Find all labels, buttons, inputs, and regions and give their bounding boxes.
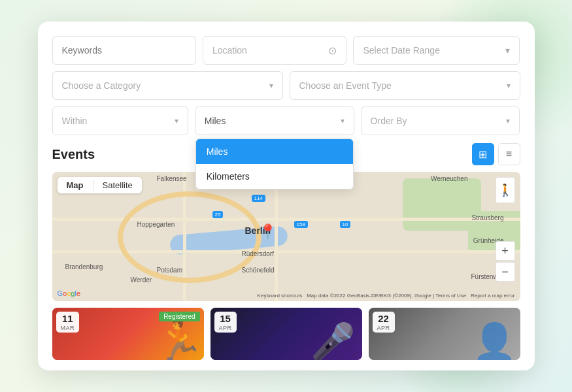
order-select[interactable]: Order By ▾ xyxy=(361,106,520,135)
category-arrow-icon: ▾ xyxy=(269,81,273,90)
map-tabs: Map Satellite xyxy=(58,177,142,193)
google-g: G xyxy=(58,289,63,297)
map-label-rudersdorf: Rüdersdorf xyxy=(242,250,274,257)
map-road-num-10: 10 xyxy=(340,221,351,228)
list-icon: ≡ xyxy=(506,148,512,160)
order-placeholder: Order By xyxy=(371,116,407,126)
within-arrow-icon: ▾ xyxy=(175,116,178,125)
date-field[interactable]: Select Date Range ▾ xyxy=(353,36,520,65)
view-list-button[interactable]: ≡ xyxy=(498,143,520,165)
map-container[interactable]: Berlin 📍 Havelsee Falkensee Hennigsdorf … xyxy=(52,172,520,301)
view-toggle: ⊞ ≡ xyxy=(472,143,520,165)
map-zoom-controls: + − xyxy=(496,241,515,282)
event-registered-badge: Registered xyxy=(159,312,199,321)
google-logo: Google xyxy=(58,289,81,297)
zoom-in-button[interactable]: + xyxy=(496,241,515,261)
miles-arrow-icon: ▾ xyxy=(341,116,345,125)
zoom-out-button[interactable]: − xyxy=(496,262,515,282)
events-title: Events xyxy=(52,147,95,162)
category-select[interactable]: Choose a Category ▾ xyxy=(52,71,283,100)
map-tab-satellite[interactable]: Satellite xyxy=(93,177,142,193)
map-label-potsdam: Potsdam xyxy=(157,267,182,274)
person-icon: 🚶 xyxy=(498,183,513,197)
location-placeholder: Location xyxy=(212,45,247,56)
map-label-werder: Werder xyxy=(131,276,152,284)
miles-label: Miles xyxy=(205,116,226,126)
main-card: Location ⊙ Select Date Range ▾ Choose a … xyxy=(38,22,535,370)
event-card-1[interactable]: 🏃 11 MAR Registered xyxy=(52,308,204,360)
within-placeholder: Within xyxy=(62,116,88,126)
event-day-3: 22 xyxy=(377,313,390,325)
location-icon: ⊙ xyxy=(328,44,337,57)
map-ring xyxy=(118,191,261,283)
date-arrow-icon: ▾ xyxy=(505,45,510,56)
event-card-2[interactable]: 🎤 15 APR xyxy=(210,308,362,360)
event-month-1: MAR xyxy=(61,325,75,331)
map-tab-map[interactable]: Map xyxy=(58,177,93,193)
date-placeholder: Select Date Range xyxy=(363,45,440,56)
map-label-strausberg: Strausberg xyxy=(472,214,504,221)
miles-dropdown: Miles Kilometers xyxy=(195,139,354,189)
grid-icon: ⊞ xyxy=(479,148,487,161)
event-type-arrow-icon: ▾ xyxy=(507,81,511,90)
map-road-num-158: 158 xyxy=(294,221,308,228)
miles-option-kilometers[interactable]: Kilometers xyxy=(196,164,353,189)
location-field[interactable]: Location ⊙ xyxy=(203,36,346,65)
map-footer: Keyboard shortcuts Map data ©2022 GeoBas… xyxy=(258,293,515,299)
category-placeholder: Choose a Category xyxy=(62,80,141,91)
event-date-badge-3: 22 APR xyxy=(373,312,395,333)
events-cards-row: 🏃 11 MAR Registered 🎤 15 APR 👤 22 APR xyxy=(52,308,520,370)
map-label-schonefeld: Schönefeld xyxy=(242,267,275,274)
map-label-werneuchen: Werneuchen xyxy=(431,175,468,182)
search-row-1: Location ⊙ Select Date Range ▾ xyxy=(52,36,520,65)
order-arrow-icon: ▾ xyxy=(506,116,510,125)
event-type-placeholder: Choose an Event Type xyxy=(299,80,392,91)
event-type-select[interactable]: Choose an Event Type ▾ xyxy=(290,71,520,100)
event-date-badge-2: 15 APR xyxy=(214,312,237,333)
keywords-field[interactable] xyxy=(52,36,196,65)
google-e: e xyxy=(76,289,80,297)
map-label-falkensee: Falkensee xyxy=(157,175,187,182)
map-road-num-25: 25 xyxy=(212,211,224,218)
miles-option-miles[interactable]: Miles xyxy=(196,139,353,164)
event-month-2: APR xyxy=(219,325,232,331)
street-view-button[interactable]: 🚶 xyxy=(496,177,515,203)
event-card-3[interactable]: 👤 22 APR xyxy=(369,308,520,360)
map-pin: 📍 xyxy=(259,223,277,240)
map-label-hoppegarten: Hoppegarten xyxy=(137,221,175,228)
keywords-input[interactable] xyxy=(62,45,186,56)
within-select[interactable]: Within ▾ xyxy=(52,106,188,135)
map-road-num-114: 114 xyxy=(252,195,265,202)
event-day-1: 11 xyxy=(61,313,75,325)
event-date-badge-1: 11 MAR xyxy=(56,312,80,333)
search-row-2: Choose a Category ▾ Choose an Event Type… xyxy=(52,71,520,100)
miles-select[interactable]: Miles ▾ Miles Kilometers xyxy=(195,106,354,135)
search-row-3: Within ▾ Miles ▾ Miles Kilometers Order … xyxy=(52,106,520,135)
map-label-brandenburg: Brandenburg xyxy=(65,263,103,270)
event-month-3: APR xyxy=(377,325,390,331)
event-day-2: 15 xyxy=(219,313,232,325)
view-grid-button[interactable]: ⊞ xyxy=(472,143,494,165)
